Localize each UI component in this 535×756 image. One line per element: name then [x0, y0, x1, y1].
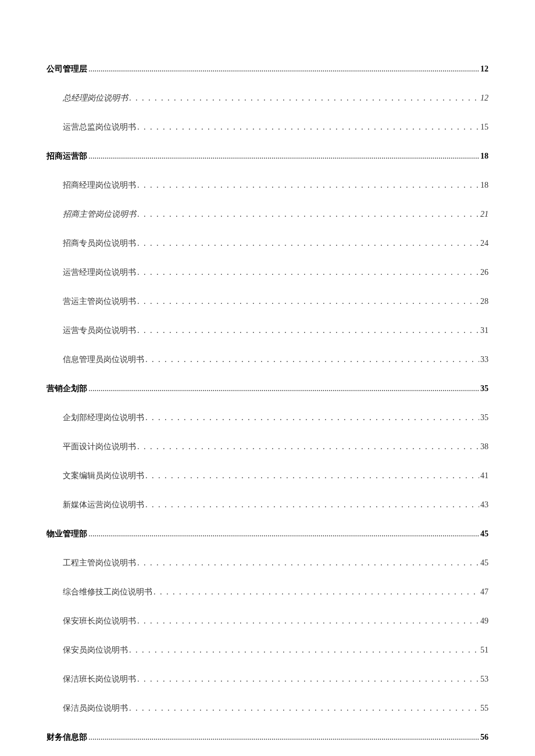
toc-item-row: 企划部经理岗位说明书. . . . . . . . . . . . . . . … — [47, 413, 488, 423]
toc-item-row: 文案编辑员岗位说明书. . . . . . . . . . . . . . . … — [47, 471, 488, 481]
table-of-contents: 公司管理层...................................… — [47, 64, 488, 743]
toc-entry-page: 24 — [480, 239, 488, 248]
toc-entry-label: 招商经理岗位说明书 — [63, 180, 136, 191]
toc-entry-label: 物业管理部 — [47, 529, 87, 539]
toc-leader-dots: . . . . . . . . . . . . . . . . . . . . … — [154, 587, 479, 597]
toc-leader-dots: ........................................… — [88, 152, 479, 161]
toc-item-row: 保洁员岗位说明书. . . . . . . . . . . . . . . . … — [47, 703, 488, 714]
toc-entry-page: 56 — [480, 733, 488, 742]
toc-leader-dots: . . . . . . . . . . . . . . . . . . . . … — [137, 617, 479, 626]
toc-entry-page: 53 — [480, 675, 488, 684]
toc-entry-label: 综合维修技工岗位说明书 — [63, 587, 152, 597]
toc-entry-label: 平面设计岗位说明书 — [63, 442, 136, 452]
toc-item-row: 招商专员岗位说明书. . . . . . . . . . . . . . . .… — [47, 238, 488, 249]
toc-entry-label: 招商主管岗位说明书 — [63, 209, 136, 220]
toc-leader-dots: ........................................… — [88, 529, 479, 539]
toc-entry-page: 51 — [480, 646, 488, 655]
toc-section-row: 招商运营部...................................… — [47, 151, 488, 162]
toc-item-row: 综合维修技工岗位说明书. . . . . . . . . . . . . . .… — [47, 587, 488, 597]
toc-item-row: 信息管理员岗位说明书. . . . . . . . . . . . . . . … — [47, 354, 488, 365]
toc-entry-page: 33 — [480, 355, 488, 364]
toc-section-row: 营销企划部...................................… — [47, 384, 488, 394]
toc-entry-page: 12 — [480, 94, 488, 103]
toc-leader-dots: . . . . . . . . . . . . . . . . . . . . … — [137, 442, 479, 452]
toc-section-row: 财务信息部...................................… — [47, 732, 488, 743]
toc-entry-label: 公司管理层 — [47, 64, 87, 74]
toc-entry-page: 43 — [480, 500, 488, 510]
toc-entry-label: 保洁员岗位说明书 — [63, 703, 128, 714]
toc-item-row: 平面设计岗位说明书. . . . . . . . . . . . . . . .… — [47, 442, 488, 452]
toc-leader-dots: . . . . . . . . . . . . . . . . . . . . … — [145, 355, 479, 364]
toc-item-row: 新媒体运营岗位说明书. . . . . . . . . . . . . . . … — [47, 500, 488, 510]
toc-entry-page: 26 — [480, 268, 488, 277]
toc-entry-label: 营销企划部 — [47, 384, 87, 394]
toc-leader-dots: . . . . . . . . . . . . . . . . . . . . … — [137, 326, 479, 335]
toc-item-row: 招商经理岗位说明书. . . . . . . . . . . . . . . .… — [47, 180, 488, 191]
toc-leader-dots: . . . . . . . . . . . . . . . . . . . . … — [145, 471, 479, 481]
toc-item-row: 保安班长岗位说明书. . . . . . . . . . . . . . . .… — [47, 616, 488, 626]
toc-entry-page: 18 — [480, 181, 488, 190]
toc-entry-page: 38 — [480, 442, 488, 452]
toc-entry-label: 运营总监岗位说明书 — [63, 122, 136, 132]
toc-item-row: 招商主管岗位说明书. . . . . . . . . . . . . . . .… — [47, 209, 488, 220]
toc-leader-dots: ........................................… — [88, 384, 479, 393]
toc-leader-dots: . . . . . . . . . . . . . . . . . . . . … — [137, 123, 479, 132]
toc-entry-label: 营运主管岗位说明书 — [63, 296, 136, 307]
toc-entry-page: 12 — [480, 65, 488, 74]
toc-leader-dots: . . . . . . . . . . . . . . . . . . . . … — [137, 268, 479, 277]
toc-leader-dots: . . . . . . . . . . . . . . . . . . . . … — [129, 646, 479, 655]
toc-entry-label: 保安班长岗位说明书 — [63, 616, 136, 626]
toc-entry-label: 财务信息部 — [47, 732, 87, 743]
toc-entry-page: 35 — [480, 413, 488, 422]
toc-item-row: 保洁班长岗位说明书. . . . . . . . . . . . . . . .… — [47, 674, 488, 685]
toc-entry-label: 新媒体运营岗位说明书 — [63, 500, 144, 510]
toc-leader-dots: . . . . . . . . . . . . . . . . . . . . … — [137, 239, 479, 248]
toc-entry-label: 信息管理员岗位说明书 — [63, 354, 144, 365]
toc-item-row: 运营专员岗位说明书. . . . . . . . . . . . . . . .… — [47, 325, 488, 336]
toc-entry-page: 18 — [480, 152, 488, 161]
toc-entry-label: 招商专员岗位说明书 — [63, 238, 136, 249]
toc-leader-dots: ........................................… — [88, 65, 479, 74]
toc-leader-dots: . . . . . . . . . . . . . . . . . . . . … — [137, 210, 479, 219]
toc-leader-dots: ........................................… — [88, 733, 479, 742]
toc-leader-dots: . . . . . . . . . . . . . . . . . . . . … — [129, 94, 479, 103]
toc-entry-label: 保洁班长岗位说明书 — [63, 674, 136, 685]
toc-entry-page: 41 — [480, 471, 488, 481]
toc-entry-label: 运营专员岗位说明书 — [63, 325, 136, 336]
toc-entry-page: 49 — [480, 617, 488, 626]
toc-entry-label: 运营经理岗位说明书 — [63, 267, 136, 278]
toc-leader-dots: . . . . . . . . . . . . . . . . . . . . … — [137, 297, 479, 306]
toc-section-row: 物业管理部...................................… — [47, 529, 488, 539]
toc-leader-dots: . . . . . . . . . . . . . . . . . . . . … — [129, 704, 479, 713]
toc-entry-page: 47 — [480, 587, 488, 597]
toc-leader-dots: . . . . . . . . . . . . . . . . . . . . … — [137, 558, 479, 568]
toc-leader-dots: . . . . . . . . . . . . . . . . . . . . … — [145, 413, 479, 422]
toc-item-row: 营运主管岗位说明书. . . . . . . . . . . . . . . .… — [47, 296, 488, 307]
toc-entry-page: 31 — [480, 326, 488, 335]
toc-item-row: 工程主管岗位说明书. . . . . . . . . . . . . . . .… — [47, 558, 488, 568]
toc-entry-page: 55 — [480, 704, 488, 713]
toc-item-row: 运营总监岗位说明书. . . . . . . . . . . . . . . .… — [47, 122, 488, 132]
toc-item-row: 保安员岗位说明书. . . . . . . . . . . . . . . . … — [47, 645, 488, 655]
toc-entry-label: 总经理岗位说明书 — [63, 93, 128, 103]
toc-entry-label: 招商运营部 — [47, 151, 87, 162]
toc-leader-dots: . . . . . . . . . . . . . . . . . . . . … — [137, 675, 479, 684]
toc-entry-label: 文案编辑员岗位说明书 — [63, 471, 144, 481]
toc-entry-page: 21 — [480, 210, 488, 219]
toc-entry-page: 35 — [480, 384, 488, 393]
toc-entry-page: 28 — [480, 297, 488, 306]
toc-entry-label: 工程主管岗位说明书 — [63, 558, 136, 568]
toc-entry-page: 45 — [480, 558, 488, 568]
toc-section-row: 公司管理层...................................… — [47, 64, 488, 74]
toc-leader-dots: . . . . . . . . . . . . . . . . . . . . … — [137, 181, 479, 190]
toc-entry-page: 45 — [480, 529, 488, 539]
toc-leader-dots: . . . . . . . . . . . . . . . . . . . . … — [145, 500, 479, 510]
toc-item-row: 运营经理岗位说明书. . . . . . . . . . . . . . . .… — [47, 267, 488, 278]
toc-entry-label: 企划部经理岗位说明书 — [63, 413, 144, 423]
toc-entry-label: 保安员岗位说明书 — [63, 645, 128, 655]
toc-entry-page: 15 — [480, 123, 488, 132]
toc-item-row: 总经理岗位说明书. . . . . . . . . . . . . . . . … — [47, 93, 488, 103]
